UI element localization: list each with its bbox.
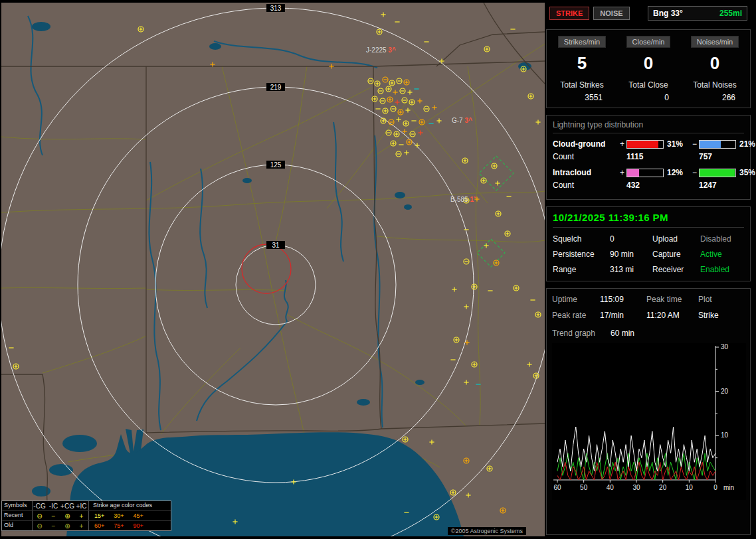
age-60: 60+ bbox=[94, 522, 104, 530]
total-strikes-label: Total Strikes bbox=[560, 80, 603, 90]
trend-y-tick: 10 bbox=[721, 431, 729, 439]
range-ring-label: 313 bbox=[266, 4, 285, 12]
age-15: 15+ bbox=[94, 512, 104, 520]
cg-pos-symbol-icon: ⊕ bbox=[60, 522, 74, 530]
ic-neg-symbol-icon: − bbox=[47, 512, 60, 520]
intracloud-count-row: Count 432 1247 bbox=[553, 181, 744, 190]
storm-cell-label: J-2225 3^ bbox=[366, 46, 396, 54]
squelch-label: Squelch bbox=[553, 234, 610, 244]
persistence-value: 90 min bbox=[610, 250, 652, 259]
ic-positive-count: 432 bbox=[618, 181, 690, 190]
svg-text:125: 125 bbox=[270, 161, 282, 169]
legend-age-header: Strike age color codes bbox=[88, 501, 171, 510]
cg-negative-count: 757 bbox=[690, 152, 744, 161]
legend-col-ic-neg: -IC bbox=[47, 502, 60, 510]
trend-x-tick: 40 bbox=[607, 484, 614, 491]
cloud-ground-count-row: Count 1115 757 bbox=[553, 152, 744, 161]
age-75: 75+ bbox=[114, 522, 124, 530]
rates-panel: Strikes/min 5 Total Strikes 3551 Close/m… bbox=[546, 29, 751, 108]
lightning-map[interactable]: 31321912531J-2225 3^G-7 3^B-585 1ˇ Symbo… bbox=[1, 3, 545, 536]
plus-sign: + bbox=[618, 168, 626, 177]
trend-y-tick: 20 bbox=[721, 388, 729, 395]
status-panel: 10/21/2025 11:39:16 PM Squelch 0 Upload … bbox=[546, 206, 751, 281]
total-strikes-value: 3551 bbox=[585, 93, 613, 102]
receiver-value: Enabled bbox=[700, 265, 744, 274]
cg-positive-bar bbox=[626, 140, 664, 149]
distribution-title: Lightning type distribution bbox=[553, 120, 744, 133]
legend-recent-label: Recent bbox=[2, 511, 33, 520]
trend-x-tick: 30 bbox=[632, 484, 640, 491]
cg-neg-symbol-icon: ⊖ bbox=[33, 522, 47, 530]
trend-y-tick: 30 bbox=[721, 343, 729, 350]
trend-graph-chart: 3020106050403020100min bbox=[552, 343, 746, 500]
trend-x-tick: 60 bbox=[553, 484, 561, 491]
legend-old-label: Old bbox=[2, 521, 33, 530]
legend-col-ic-pos: +IC bbox=[74, 502, 88, 510]
age-30: 30+ bbox=[114, 512, 124, 520]
range-ring-label: 219 bbox=[266, 83, 285, 91]
cg-positive-count: 1115 bbox=[618, 152, 690, 161]
legend-col-cg-neg: -CG bbox=[33, 502, 47, 510]
stats-grid: Uptime 115:09 Peak time Plot Peak rate 1… bbox=[552, 295, 745, 320]
legend-recent-row: Recent ⊖ − ⊕ + 15+ 30+ 45+ bbox=[2, 510, 171, 520]
app-window: 31321912531J-2225 3^G-7 3^B-585 1ˇ Symbo… bbox=[0, 0, 756, 539]
distribution-panel: Lightning type distribution Cloud-ground… bbox=[546, 115, 751, 200]
range-setting-value: 313 mi bbox=[610, 265, 652, 274]
uptime-label: Uptime bbox=[552, 295, 600, 304]
bearing-range-box: Bng 33° 255mi bbox=[648, 6, 747, 21]
legend-old-row: Old ⊖ − ⊕ + 60+ 75+ 90+ bbox=[2, 520, 171, 530]
map-svg[interactable]: 31321912531J-2225 3^G-7 3^B-585 1ˇ bbox=[1, 3, 545, 536]
legend-col-cg-pos: +CG bbox=[60, 502, 74, 510]
trend-x-tick: 20 bbox=[659, 484, 667, 491]
peak-rate-value: 17/min bbox=[600, 311, 646, 320]
cloud-ground-label: Cloud-ground bbox=[553, 139, 618, 149]
stats-panel: Uptime 115:09 Peak time Plot Peak rate 1… bbox=[546, 288, 751, 535]
noise-button[interactable]: NOISE bbox=[593, 7, 629, 20]
clock-display: 10/21/2025 11:39:16 PM bbox=[553, 212, 744, 228]
legend-header-row: Symbols -CG -IC +CG +IC Strike age color… bbox=[2, 501, 171, 510]
persistence-label: Persistence bbox=[553, 250, 610, 259]
close-per-min-label: Close/min bbox=[626, 36, 671, 48]
plot-label: Plot bbox=[698, 295, 745, 304]
intracloud-label: Intracloud bbox=[553, 168, 618, 177]
svg-text:313: 313 bbox=[270, 5, 282, 12]
range-label: Range bbox=[553, 265, 610, 274]
strikes-rate-column: Strikes/min 5 Total Strikes 3551 bbox=[551, 36, 613, 102]
mode-bar: STRIKE NOISE Bng 33° 255mi bbox=[546, 4, 751, 23]
range-ring-label: 125 bbox=[266, 161, 285, 169]
ic-negative-bar bbox=[699, 169, 736, 177]
trend-graph-value: 60 min bbox=[611, 329, 745, 338]
storm-cell-label: B-585 1ˇ bbox=[450, 196, 476, 203]
peak-time-value: 11:20 AM bbox=[646, 311, 698, 320]
intracloud-row: Intracloud + 12% − 35% bbox=[553, 168, 744, 177]
count-label: Count bbox=[553, 152, 618, 161]
strike-button[interactable]: STRIKE bbox=[549, 7, 589, 20]
minus-sign: − bbox=[690, 168, 699, 177]
ic-pos-symbol-icon: + bbox=[74, 522, 88, 530]
ic-negative-pct: 35% bbox=[736, 168, 756, 177]
upload-value: Disabled bbox=[700, 234, 744, 244]
ic-pos-symbol-icon: + bbox=[74, 512, 88, 520]
capture-value: Active bbox=[700, 250, 744, 259]
peak-time-label: Peak time bbox=[646, 295, 698, 304]
ic-negative-count: 1247 bbox=[690, 181, 744, 190]
ic-positive-pct: 12% bbox=[664, 168, 690, 177]
squelch-value: 0 bbox=[610, 234, 652, 244]
legend-symbols-header: Symbols bbox=[2, 501, 33, 510]
trend-x-tick: 10 bbox=[686, 484, 694, 491]
copyright-text: ©2005 Astrogenic Systems bbox=[448, 527, 526, 535]
range-ring-label: 31 bbox=[266, 241, 285, 249]
cg-negative-bar bbox=[699, 140, 736, 149]
cg-negative-pct: 21% bbox=[736, 139, 756, 149]
total-close-label: Total Close bbox=[628, 80, 668, 90]
peak-rate-label: Peak rate bbox=[552, 311, 600, 320]
sidebar: STRIKE NOISE Bng 33° 255mi Strikes/min 5… bbox=[546, 4, 751, 535]
plot-value: Strike bbox=[698, 311, 745, 320]
ic-neg-symbol-icon: − bbox=[47, 522, 60, 530]
legend-old-ages: 60+ 75+ 90+ bbox=[88, 521, 171, 530]
svg-text:31: 31 bbox=[272, 242, 280, 249]
total-close-value: 0 bbox=[664, 93, 680, 102]
age-90: 90+ bbox=[134, 522, 143, 530]
receiver-label: Receiver bbox=[652, 265, 700, 274]
noises-per-min-value: 0 bbox=[710, 53, 719, 74]
